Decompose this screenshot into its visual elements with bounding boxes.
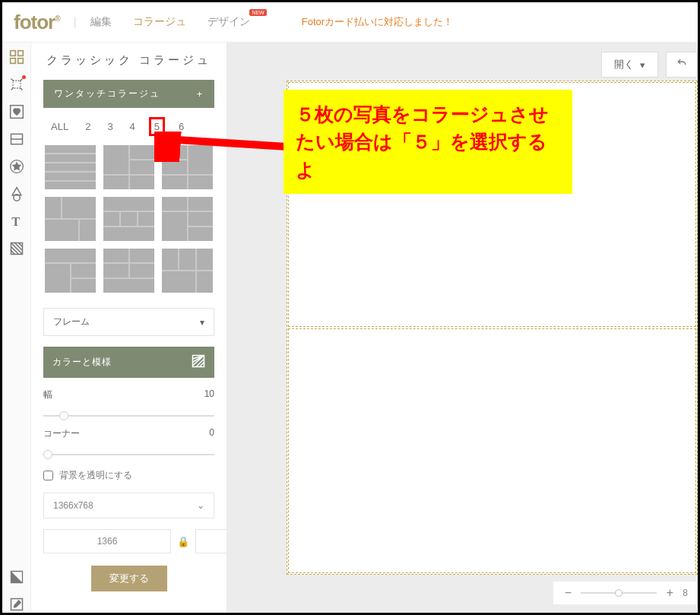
color-pattern-button[interactable]: カラーと模様	[43, 347, 214, 378]
zoom-slider[interactable]	[581, 592, 657, 594]
template-5[interactable]	[102, 195, 156, 243]
texture-icon[interactable]	[8, 240, 25, 257]
caret-down-icon: ▾	[200, 317, 204, 328]
undo-button[interactable]	[666, 52, 698, 78]
open-button[interactable]: 開く▾	[601, 52, 658, 78]
zoom-bar: − + 8	[553, 581, 698, 605]
width-slider[interactable]	[43, 415, 214, 417]
width-input[interactable]	[43, 529, 171, 553]
svg-text:T: T	[11, 214, 20, 229]
template-1[interactable]	[43, 144, 97, 191]
svg-rect-3	[17, 59, 23, 64]
divider: |	[74, 15, 77, 29]
svg-rect-0	[10, 51, 15, 56]
zoom-out-button[interactable]: −	[562, 586, 573, 600]
nav-collage[interactable]: コラージュ	[133, 15, 186, 29]
zoom-value: 8	[683, 588, 688, 598]
plus-icon: +	[197, 89, 204, 100]
app-header: fotor® | 編集 コラージュ デザインNEW Fotorカード払いに対応し…	[2, 2, 698, 43]
canvas-cell-bottom[interactable]	[288, 328, 696, 573]
size-preset-select[interactable]: 1366x768 ⌄	[43, 493, 214, 518]
count-all[interactable]: ALL	[48, 119, 71, 134]
zoom-in-button[interactable]: +	[664, 586, 675, 600]
pattern-icon	[192, 354, 205, 370]
count-3[interactable]: 3	[104, 119, 116, 134]
count-4[interactable]: 4	[127, 119, 138, 134]
promo-text[interactable]: Fotorカード払いに対応しました！	[302, 15, 453, 29]
annotation-callout: ５枚の写真をコラージュさせたい場合は「５」を選択するよ	[283, 90, 572, 194]
lock-icon[interactable]: 🔒	[177, 536, 189, 547]
corner-slider[interactable]	[43, 454, 214, 455]
corner-value: 0	[209, 427, 214, 440]
shapes-icon[interactable]	[8, 185, 25, 202]
apply-button[interactable]: 変更する	[91, 566, 167, 591]
layout-icon[interactable]	[8, 49, 25, 65]
annotation-arrow	[154, 132, 291, 162]
template-2[interactable]	[102, 144, 156, 191]
transparent-bg-checkbox[interactable]	[43, 471, 53, 480]
svg-rect-4	[13, 81, 21, 88]
template-8[interactable]	[102, 247, 156, 294]
frame-select[interactable]: フレーム ▾	[43, 308, 214, 336]
rows-icon[interactable]	[8, 131, 25, 147]
template-4[interactable]	[43, 195, 97, 243]
count-2[interactable]: 2	[82, 119, 93, 134]
new-badge: NEW	[249, 9, 266, 16]
nav-edit[interactable]: 編集	[90, 15, 112, 29]
svg-rect-1	[17, 51, 23, 56]
heart-icon[interactable]	[8, 103, 25, 120]
width-value: 10	[204, 388, 214, 401]
logo: fotor®	[14, 11, 60, 34]
panel-title: クラッシック コラージュ	[43, 53, 214, 68]
transparent-bg-check[interactable]: 背景を透明にする	[43, 469, 214, 482]
one-touch-collage-button[interactable]: ワンタッチコラージュ +	[43, 80, 214, 108]
resize-icon[interactable]	[8, 76, 25, 93]
template-9[interactable]	[160, 247, 214, 294]
tool-rail: T	[2, 43, 31, 613]
template-6[interactable]	[160, 195, 214, 243]
svg-line-15	[166, 139, 287, 147]
nav-design[interactable]: デザインNEW	[207, 15, 250, 29]
edit-corner-icon[interactable]	[8, 596, 25, 613]
svg-rect-2	[10, 59, 15, 64]
corner-icon[interactable]	[8, 569, 25, 585]
side-panel: クラッシック コラージュ ワンタッチコラージュ + ALL 2 3 4 5 6 …	[31, 43, 227, 613]
template-grid	[43, 144, 214, 294]
star-icon[interactable]	[8, 158, 25, 175]
height-input[interactable]	[195, 529, 227, 553]
text-icon[interactable]: T	[8, 213, 25, 230]
caret-down-icon: ▾	[640, 59, 645, 71]
corner-label: コーナー	[43, 427, 80, 440]
template-7[interactable]	[43, 247, 97, 294]
width-label: 幅	[43, 388, 52, 401]
chevron-down-icon: ⌄	[197, 500, 204, 511]
